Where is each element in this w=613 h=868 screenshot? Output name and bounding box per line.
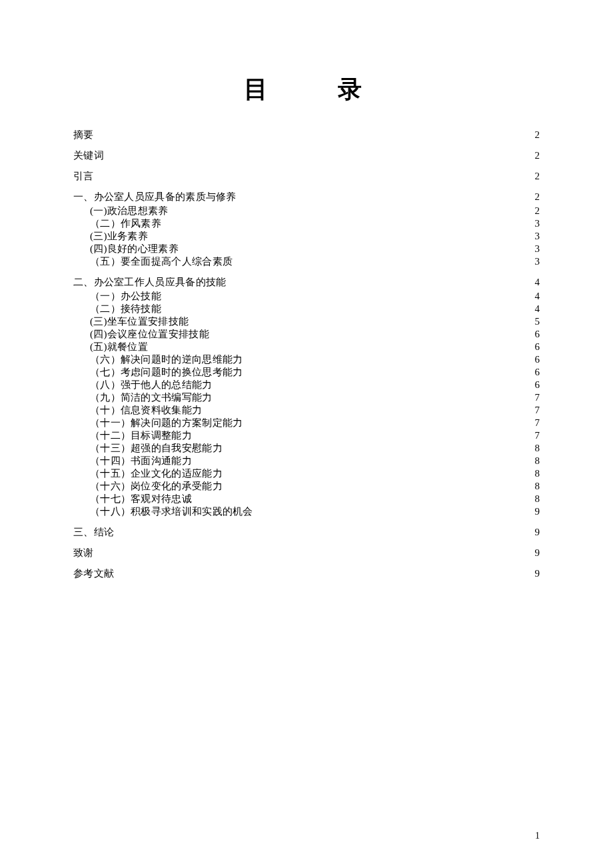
toc-entry: （十四）书面沟通能力8 [73,456,540,466]
toc-entry-label: （十七）客观对待忠诚 [90,494,192,504]
toc-entry-page: 9 [532,527,540,537]
toc-entry: (四)会议座位位置安排技能6 [73,329,540,339]
toc-entry: (三)坐车位置安排技能5 [73,317,540,327]
toc-entry-label: 参考文献 [73,569,114,579]
toc-entry-page: 8 [532,456,540,466]
toc-entry-label: （六）解决问题时的逆向思维能力 [90,355,243,365]
toc-entry: （六）解决问题时的逆向思维能力6 [73,355,540,365]
toc-entry: 摘要2 [73,130,540,140]
toc-entry-label: （十六）岗位变化的承受能力 [90,481,223,491]
toc-entry-page: 7 [532,431,540,441]
toc-entry: （十三）超强的自我安慰能力8 [73,443,540,453]
toc-entry: （二）作风素养3 [73,219,540,229]
toc-entry-page: 3 [532,257,540,267]
toc-entry-page: 6 [532,329,540,339]
toc-entry: 致谢9 [73,548,540,558]
toc-entry-page: 6 [532,355,540,365]
page-number: 1 [535,831,540,841]
toc-entry: （五）要全面提高个人综合素质3 [73,257,540,267]
toc-list: 摘要2关键词2引言2一、办公室人员应具备的素质与修养2(一)政治思想素养2（二）… [73,130,540,579]
toc-entry-page: 7 [532,405,540,415]
toc-entry-page: 2 [532,171,540,181]
toc-entry-page: 4 [532,277,540,287]
toc-entry-label: （五）要全面提高个人综合素质 [90,257,233,267]
toc-entry-label: (三)坐车位置安排技能 [90,317,189,327]
toc-entry: 一、办公室人员应具备的素质与修养2 [73,192,540,202]
toc-entry: （十二）目标调整能力7 [73,431,540,441]
toc-entry: （十七）客观对待忠诚8 [73,494,540,504]
toc-entry: 引言2 [73,171,540,181]
toc-entry-page: 9 [532,569,540,579]
toc-entry-label: （二）作风素养 [90,219,161,229]
toc-entry-page: 6 [532,380,540,390]
toc-entry-label: (一)政治思想素养 [90,206,169,216]
toc-entry: 三、结论9 [73,527,540,537]
toc-entry: 关键词2 [73,151,540,161]
toc-entry-page: 5 [532,317,540,327]
toc-entry: （八）强于他人的总结能力6 [73,380,540,390]
toc-entry-label: 关键词 [73,151,104,161]
toc-entry-page: 3 [532,231,540,241]
toc-entry-label: （一）办公技能 [90,291,161,301]
toc-entry-page: 6 [532,342,540,352]
toc-entry-label: （九）简洁的文书编写能力 [90,393,213,403]
toc-entry-label: (三)业务素养 [90,231,148,241]
toc-entry: （九）简洁的文书编写能力7 [73,393,540,403]
toc-entry: （一）办公技能4 [73,291,540,301]
toc-entry-page: 8 [532,443,540,453]
toc-entry-label: 致谢 [73,548,94,558]
toc-entry: （二）接待技能4 [73,304,540,314]
toc-entry: （七）考虑问题时的换位思考能力6 [73,367,540,377]
toc-entry: （十）信息资料收集能力7 [73,405,540,415]
toc-entry-page: 2 [532,192,540,202]
toc-entry: (四)良好的心理素养3 [73,244,540,254]
toc-entry-label: （八）强于他人的总结能力 [90,380,213,390]
toc-entry-label: （十四）书面沟通能力 [90,456,192,466]
toc-entry-page: 8 [532,494,540,504]
toc-entry-label: （十八）积极寻求培训和实践的机会 [90,507,253,517]
toc-entry-page: 9 [532,507,540,517]
toc-entry-label: （十一）解决问题的方案制定能力 [90,418,243,428]
toc-entry-label: (五)就餐位置 [90,342,148,352]
toc-entry: (五)就餐位置6 [73,342,540,352]
toc-entry: (一)政治思想素养2 [73,206,540,216]
toc-entry-label: （十二）目标调整能力 [90,431,192,441]
toc-entry-label: （二）接待技能 [90,304,161,314]
toc-entry-label: (四)良好的心理素养 [90,244,179,254]
toc-entry-page: 8 [532,469,540,479]
toc-entry-label: （十）信息资料收集能力 [90,405,202,415]
toc-entry-page: 2 [532,130,540,140]
toc-entry-page: 3 [532,219,540,229]
toc-entry-label: （十五）企业文化的适应能力 [90,469,223,479]
toc-entry-page: 8 [532,481,540,491]
toc-entry-page: 2 [532,151,540,161]
toc-entry-label: 一、办公室人员应具备的素质与修养 [73,192,237,202]
toc-entry-label: 引言 [73,171,94,181]
toc-entry: 二、办公室工作人员应具备的技能4 [73,277,540,287]
toc-entry: (三)业务素养3 [73,231,540,241]
toc-entry-page: 7 [532,393,540,403]
toc-entry-page: 6 [532,367,540,377]
toc-entry-page: 2 [532,206,540,216]
toc-entry-page: 4 [532,291,540,301]
toc-entry-page: 3 [532,244,540,254]
toc-entry: （十八）积极寻求培训和实践的机会9 [73,507,540,517]
toc-entry-page: 9 [532,548,540,558]
toc-title: 目 录 [73,73,540,106]
toc-entry-label: 摘要 [73,130,94,140]
toc-entry-label: （十三）超强的自我安慰能力 [90,443,223,453]
toc-entry: （十六）岗位变化的承受能力8 [73,481,540,491]
toc-entry-label: 二、办公室工作人员应具备的技能 [73,277,227,287]
toc-entry-page: 7 [532,418,540,428]
toc-entry-label: 三、结论 [73,527,114,537]
toc-entry: （十一）解决问题的方案制定能力7 [73,418,540,428]
toc-entry: （十五）企业文化的适应能力8 [73,469,540,479]
toc-entry-label: （七）考虑问题时的换位思考能力 [90,367,243,377]
toc-entry-label: (四)会议座位位置安排技能 [90,329,209,339]
toc-entry-page: 4 [532,304,540,314]
toc-entry: 参考文献9 [73,569,540,579]
